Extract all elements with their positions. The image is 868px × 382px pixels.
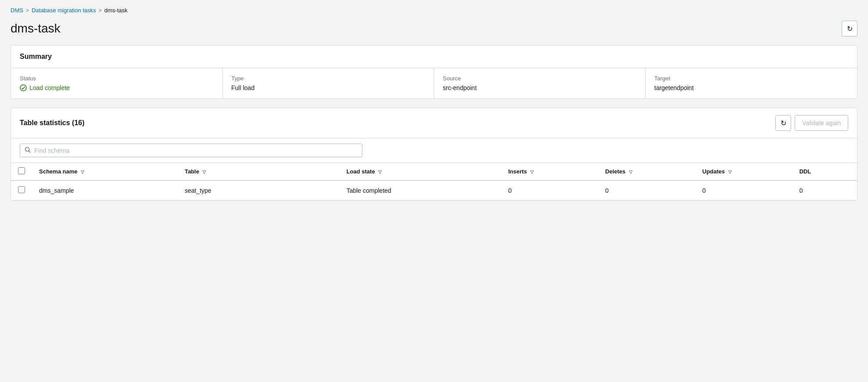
header-updates[interactable]: Updates ▽ xyxy=(695,163,792,180)
page-title: dms-task xyxy=(11,22,61,36)
validate-again-button[interactable]: Validate again xyxy=(795,115,848,131)
refresh-button[interactable]: ↻ xyxy=(842,21,857,36)
status-badge: Load complete xyxy=(20,84,213,91)
table-statistics-card: Table statistics (16) ↻ Validate again xyxy=(11,108,857,201)
load-state-sort-icon: ▽ xyxy=(378,169,382,174)
select-all-checkbox[interactable] xyxy=(18,167,25,174)
summary-target: Target targetendpoint xyxy=(646,68,857,98)
summary-title: Summary xyxy=(20,53,52,60)
row-checkbox[interactable] xyxy=(18,186,25,193)
header-inserts[interactable]: Inserts ▽ xyxy=(501,163,598,180)
table-stats-actions: ↻ Validate again xyxy=(775,115,848,131)
table-stats-title: Table statistics (16) xyxy=(20,119,84,127)
cell-table: seat_type xyxy=(177,180,339,200)
cell-ddl: 0 xyxy=(792,180,857,200)
summary-grid: Status Load complete Type Full load Sour… xyxy=(11,68,857,98)
cell-deletes: 0 xyxy=(598,180,695,200)
table-body: dms_sampleseat_typeTable completed0000 xyxy=(11,180,857,200)
breadcrumb: DMS > Database migration tasks > dms-tas… xyxy=(11,7,857,14)
table-row: dms_sampleseat_typeTable completed0000 xyxy=(11,180,857,200)
svg-point-0 xyxy=(20,85,26,91)
cell-schema_name: dms_sample xyxy=(32,180,177,200)
summary-source: Source src-endpoint xyxy=(434,68,646,98)
breadcrumb-dms[interactable]: DMS xyxy=(11,7,23,14)
cell-updates: 0 xyxy=(695,180,792,200)
summary-type: Type Full load xyxy=(223,68,434,98)
search-wrapper xyxy=(20,144,362,157)
schema-sort-icon: ▽ xyxy=(81,169,84,174)
header-deletes[interactable]: Deletes ▽ xyxy=(598,163,695,180)
header-actions: ↻ xyxy=(842,21,857,36)
table-sort-icon: ▽ xyxy=(203,169,206,174)
source-label: Source xyxy=(443,75,637,82)
breadcrumb-separator-2: > xyxy=(99,7,102,14)
search-input[interactable] xyxy=(34,147,358,154)
header-ddl[interactable]: DDL xyxy=(792,163,857,180)
breadcrumb-current: dms-task xyxy=(105,7,128,14)
header-table[interactable]: Table ▽ xyxy=(177,163,339,180)
row-checkbox-cell xyxy=(11,180,32,200)
table-header-row: Schema name ▽ Table ▽ Load state ▽ Ins xyxy=(11,163,857,180)
inserts-sort-icon: ▽ xyxy=(530,169,534,174)
breadcrumb-separator-1: > xyxy=(26,7,29,14)
table-refresh-button[interactable]: ↻ xyxy=(775,115,791,131)
page-header: dms-task ↻ xyxy=(11,21,857,36)
cell-load_state: Table completed xyxy=(340,180,501,200)
header-checkbox-cell xyxy=(11,163,32,180)
search-container xyxy=(11,138,857,163)
svg-line-2 xyxy=(29,151,31,153)
type-label: Type xyxy=(231,75,425,82)
status-value: Load complete xyxy=(29,84,70,91)
summary-card-header: Summary xyxy=(11,46,857,68)
search-icon xyxy=(25,147,31,154)
target-value: targetendpoint xyxy=(655,84,849,91)
status-label: Status xyxy=(20,75,213,82)
table-container: Schema name ▽ Table ▽ Load state ▽ Ins xyxy=(11,163,857,200)
deletes-sort-icon: ▽ xyxy=(629,169,633,174)
header-schema-name[interactable]: Schema name ▽ xyxy=(32,163,177,180)
check-circle-icon xyxy=(20,84,27,91)
data-table: Schema name ▽ Table ▽ Load state ▽ Ins xyxy=(11,163,857,200)
type-value: Full load xyxy=(231,84,425,91)
target-label: Target xyxy=(655,75,849,82)
header-load-state[interactable]: Load state ▽ xyxy=(340,163,501,180)
summary-card: Summary Status Load complete Type Full xyxy=(11,45,857,99)
source-value: src-endpoint xyxy=(443,84,637,91)
table-stats-header: Table statistics (16) ↻ Validate again xyxy=(11,108,857,138)
cell-inserts: 0 xyxy=(501,180,598,200)
updates-sort-icon: ▽ xyxy=(728,169,732,174)
breadcrumb-migration-tasks[interactable]: Database migration tasks xyxy=(32,7,96,14)
summary-status: Status Load complete xyxy=(11,68,223,98)
